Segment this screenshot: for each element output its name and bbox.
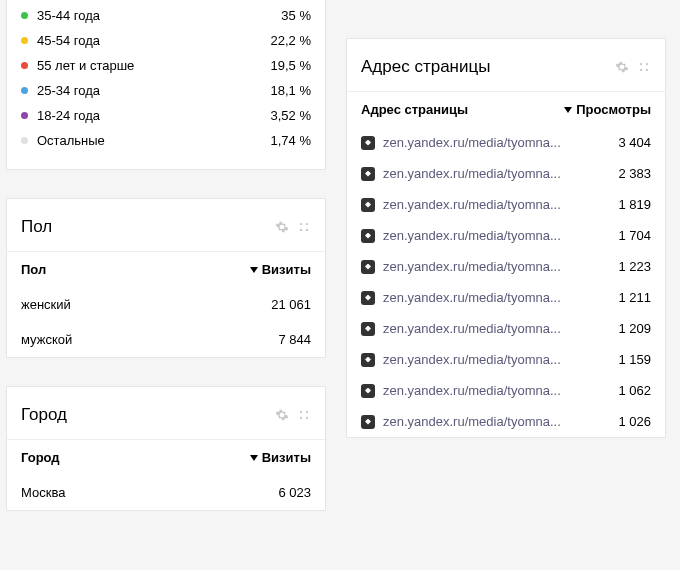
favicon-icon <box>361 291 375 305</box>
gear-icon[interactable] <box>275 408 289 422</box>
pages-sort[interactable]: Просмотры <box>564 102 651 117</box>
age-label: 25-34 года <box>37 83 100 98</box>
svg-point-10 <box>640 69 642 71</box>
age-widget: 35-44 года35 %45-54 года22,2 %55 лет и с… <box>6 0 326 170</box>
drag-icon[interactable] <box>637 60 651 74</box>
svg-point-5 <box>306 411 308 413</box>
page-url[interactable]: zen.yandex.ru/media/tyomna... <box>383 228 561 243</box>
table-row[interactable]: женский21 061 <box>7 287 325 322</box>
favicon-icon <box>361 229 375 243</box>
page-views: 1 062 <box>618 383 651 398</box>
page-views: 1 704 <box>618 228 651 243</box>
sort-desc-icon <box>250 267 258 273</box>
age-value: 22,2 % <box>271 33 311 48</box>
page-url[interactable]: zen.yandex.ru/media/tyomna... <box>383 290 561 305</box>
page-url[interactable]: zen.yandex.ru/media/tyomna... <box>383 259 561 274</box>
page-views: 1 159 <box>618 352 651 367</box>
table-row[interactable]: zen.yandex.ru/media/tyomna...2 383 <box>347 158 665 189</box>
row-value: 21 061 <box>271 297 311 312</box>
gear-icon[interactable] <box>615 60 629 74</box>
age-label: 18-24 года <box>37 108 100 123</box>
svg-point-8 <box>640 63 642 65</box>
legend-dot-icon <box>21 112 28 119</box>
favicon-icon <box>361 322 375 336</box>
gender-col-label: Пол <box>21 262 46 277</box>
page-views: 1 223 <box>618 259 651 274</box>
favicon-icon <box>361 384 375 398</box>
page-views: 3 404 <box>618 135 651 150</box>
svg-point-9 <box>646 63 648 65</box>
age-row[interactable]: 55 лет и старше19,5 % <box>21 53 311 78</box>
age-value: 18,1 % <box>271 83 311 98</box>
age-value: 3,52 % <box>271 108 311 123</box>
sort-desc-icon <box>564 107 572 113</box>
favicon-icon <box>361 260 375 274</box>
age-value: 35 % <box>281 8 311 23</box>
svg-point-2 <box>300 229 302 231</box>
favicon-icon <box>361 198 375 212</box>
age-label: 45-54 года <box>37 33 100 48</box>
drag-icon[interactable] <box>297 408 311 422</box>
city-col-label: Город <box>21 450 60 465</box>
age-row[interactable]: 45-54 года22,2 % <box>21 28 311 53</box>
page-url[interactable]: zen.yandex.ru/media/tyomna... <box>383 135 561 150</box>
table-row[interactable]: zen.yandex.ru/media/tyomna...1 209 <box>347 313 665 344</box>
age-label: Остальные <box>37 133 105 148</box>
age-label: 35-44 года <box>37 8 100 23</box>
table-row[interactable]: мужской7 844 <box>7 322 325 357</box>
legend-dot-icon <box>21 12 28 19</box>
row-label: мужской <box>21 332 72 347</box>
age-row[interactable]: 25-34 года18,1 % <box>21 78 311 103</box>
drag-icon[interactable] <box>297 220 311 234</box>
legend-dot-icon <box>21 37 28 44</box>
age-row[interactable]: 35-44 года35 % <box>21 3 311 28</box>
age-row[interactable]: Остальные1,74 % <box>21 128 311 153</box>
age-row[interactable]: 18-24 года3,52 % <box>21 103 311 128</box>
table-row[interactable]: zen.yandex.ru/media/tyomna...1 819 <box>347 189 665 220</box>
gender-sort[interactable]: Визиты <box>250 262 311 277</box>
svg-point-7 <box>306 417 308 419</box>
pages-widget: Адрес страницы Адрес страницы Просмотры … <box>346 38 666 438</box>
favicon-icon <box>361 415 375 429</box>
city-title: Город <box>21 405 67 425</box>
legend-dot-icon <box>21 62 28 69</box>
city-widget: Город Город Визиты Москва6 023 <box>6 386 326 511</box>
row-label: Москва <box>21 485 65 500</box>
row-value: 7 844 <box>278 332 311 347</box>
age-value: 19,5 % <box>271 58 311 73</box>
table-row[interactable]: zen.yandex.ru/media/tyomna...1 223 <box>347 251 665 282</box>
row-value: 6 023 <box>278 485 311 500</box>
page-views: 1 211 <box>618 290 651 305</box>
favicon-icon <box>361 353 375 367</box>
svg-point-11 <box>646 69 648 71</box>
age-label: 55 лет и старше <box>37 58 134 73</box>
gender-title: Пол <box>21 217 52 237</box>
page-views: 1 209 <box>618 321 651 336</box>
page-url[interactable]: zen.yandex.ru/media/tyomna... <box>383 352 561 367</box>
page-views: 1 819 <box>618 197 651 212</box>
legend-dot-icon <box>21 87 28 94</box>
page-url[interactable]: zen.yandex.ru/media/tyomna... <box>383 166 561 181</box>
table-row[interactable]: zen.yandex.ru/media/tyomna...3 404 <box>347 127 665 158</box>
table-row[interactable]: zen.yandex.ru/media/tyomna...1 704 <box>347 220 665 251</box>
age-value: 1,74 % <box>271 133 311 148</box>
gear-icon[interactable] <box>275 220 289 234</box>
pages-title: Адрес страницы <box>361 57 490 77</box>
table-row[interactable]: zen.yandex.ru/media/tyomna...1 062 <box>347 375 665 406</box>
svg-point-4 <box>300 411 302 413</box>
pages-col-label: Адрес страницы <box>361 102 468 117</box>
page-url[interactable]: zen.yandex.ru/media/tyomna... <box>383 321 561 336</box>
table-row[interactable]: zen.yandex.ru/media/tyomna...1 026 <box>347 406 665 437</box>
page-views: 2 383 <box>618 166 651 181</box>
svg-point-0 <box>300 223 302 225</box>
svg-point-1 <box>306 223 308 225</box>
city-sort[interactable]: Визиты <box>250 450 311 465</box>
page-url[interactable]: zen.yandex.ru/media/tyomna... <box>383 414 561 429</box>
page-url[interactable]: zen.yandex.ru/media/tyomna... <box>383 197 561 212</box>
table-row[interactable]: Москва6 023 <box>7 475 325 510</box>
svg-point-3 <box>306 229 308 231</box>
page-url[interactable]: zen.yandex.ru/media/tyomna... <box>383 383 561 398</box>
legend-dot-icon <box>21 137 28 144</box>
table-row[interactable]: zen.yandex.ru/media/tyomna...1 211 <box>347 282 665 313</box>
table-row[interactable]: zen.yandex.ru/media/tyomna...1 159 <box>347 344 665 375</box>
